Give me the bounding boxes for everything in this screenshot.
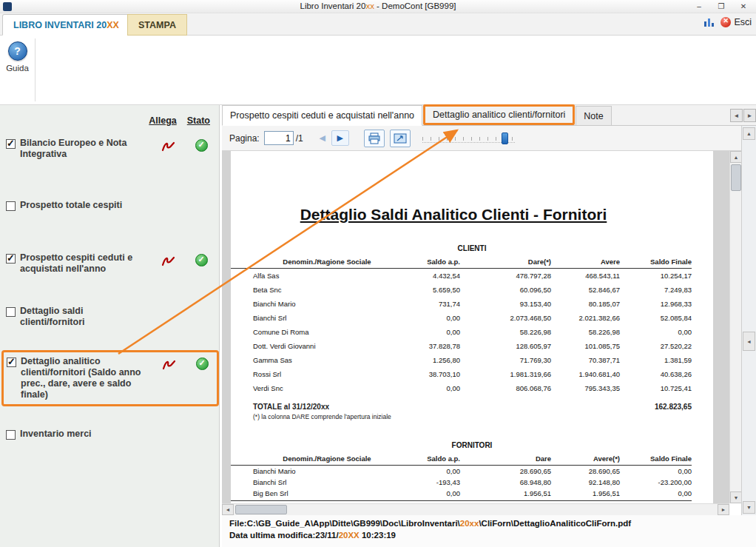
clienti-section-label: CLIENTI [231, 244, 713, 252]
table-cell: 0,00 [401, 381, 460, 395]
table-row: Gamma Sas 1.256,80 71.769,30 70.387,71 1… [231, 353, 692, 367]
pdf-attachment-icon[interactable] [161, 255, 175, 267]
esci-icon [720, 17, 731, 27]
sidebar-item-prospetto-cespiti-ceduti: Prospetto cespiti ceduti e acquistati ne… [6, 252, 219, 275]
vertical-scroll-thumb[interactable] [731, 164, 741, 191]
sidebar-item-label: Inventario merci [20, 429, 149, 440]
checkbox-prospetto-totale-cespiti[interactable] [6, 201, 16, 211]
tab-libro-inventari[interactable]: LIBRO INVENTARI 20XX [2, 14, 130, 36]
table-cell: 2.073.468,50 [460, 311, 551, 325]
minimize-button[interactable]: – [688, 0, 710, 13]
help-question-icon [8, 41, 27, 61]
pdf-attachment-icon[interactable] [162, 359, 176, 371]
fit-window-icon [394, 132, 407, 144]
table-cell: Beta Snc [231, 283, 401, 297]
preview-vertical-scrollbar[interactable]: ▲ ▼ [729, 151, 741, 503]
status-ok-icon [196, 358, 209, 370]
pdf-page: Dettaglio Saldi Analitico Clienti - Forn… [231, 151, 713, 503]
checkbox-prospetto-cespiti-ceduti[interactable] [6, 254, 16, 264]
table-cell: 1.940.681,40 [551, 367, 620, 381]
sidebar-item-dettaglio-analitico: Dettaglio analitico clienti/fornitori (S… [1, 350, 219, 406]
table-cell: 28.690,65 [551, 466, 620, 477]
status-ok-icon [195, 139, 208, 152]
scroll-left-icon[interactable]: ◄ [222, 504, 234, 515]
scroll-down-icon[interactable]: ▼ [730, 491, 742, 503]
app-tabstrip: LIBRO INVENTARI 20XX STAMPA Esci [0, 13, 756, 36]
page-label: Pagina: [229, 133, 260, 144]
table-cell: 28.690,65 [460, 466, 551, 477]
checkbox-inventario-merci[interactable] [6, 430, 16, 440]
table-cell: 1.256,80 [401, 353, 460, 367]
scroll-down-icon[interactable]: ▼ [743, 501, 755, 514]
stato-column-header: Stato [187, 115, 210, 126]
table-row: Rossi Srl 38.703,10 1.981.319,66 1.940.6… [231, 367, 692, 381]
preview-horizontal-scrollbar[interactable]: ◄ ► [222, 503, 729, 515]
table-cell: 60.096,50 [460, 283, 551, 297]
table-cell: 7.249,83 [620, 283, 692, 297]
table-cell: 12.968,33 [620, 297, 692, 311]
tab-stampa[interactable]: STAMPA [127, 14, 187, 36]
scroll-up-icon[interactable]: ▲ [730, 151, 742, 163]
column-header: Avere(*) [551, 454, 620, 463]
horizontal-scroll-thumb[interactable] [235, 505, 287, 514]
next-page-button[interactable]: ▶ [331, 130, 349, 146]
table-cell: 10.725,41 [620, 381, 692, 395]
tab-dettaglio-analitico[interactable]: Dettaglio analitico clienti/fornitori [423, 104, 575, 125]
page-number-input[interactable] [264, 131, 294, 145]
column-header: Dare [460, 454, 551, 463]
table-cell: 128.605,97 [460, 339, 551, 353]
zoom-slider[interactable] [422, 131, 515, 146]
scroll-up-icon[interactable]: ▲ [743, 127, 755, 140]
table-cell: 101.085,75 [551, 339, 620, 353]
sidebar-panel: Allega Stato Bilancio Europeo e Nota Int… [0, 105, 220, 547]
tab-scroll-left-icon[interactable]: ◄ [730, 109, 743, 122]
table-cell: 806.068,76 [460, 381, 551, 395]
maximize-button[interactable]: ❐ [710, 0, 732, 13]
tab-scroll-right-icon[interactable]: ► [743, 109, 756, 122]
esci-button[interactable]: Esci [720, 17, 752, 27]
column-header: Saldo a.p. [401, 454, 460, 463]
table-row: Bianchi Srl 0,00 2.073.468,50 2.021.382,… [231, 311, 692, 325]
table-cell: 10.254,17 [620, 269, 692, 283]
guida-button[interactable]: Guida [0, 41, 35, 73]
checkbox-bilancio-europeo[interactable] [6, 139, 16, 149]
checkbox-dettaglio-analitico[interactable] [7, 358, 16, 367]
table-cell: Bianchi Srl [231, 477, 401, 488]
tab-prospetto-cespiti-ceduti[interactable]: Prospetto cespiti ceduti e acquistati ne… [222, 105, 422, 126]
panel-collapse-icon[interactable]: ◄ [743, 332, 755, 351]
table-row: Comune Di Roma 0,00 58.226,98 58.226,98 … [231, 325, 692, 339]
panel-chart-icon[interactable] [703, 17, 715, 27]
clienti-table-header: Denomin./Ragione Sociale Saldo a.p. Dare… [231, 258, 692, 269]
window-title: Libro Inventari 20xx - DemoCont [GB999] [0, 1, 756, 10]
zoom-slider-thumb[interactable] [502, 132, 508, 144]
file-path: File:C:\GB_Guide_A\App\Ditte\GB999\Doc\L… [229, 517, 756, 529]
table-cell: 58.226,98 [551, 325, 620, 339]
fornitori-section-label: FORNITORI [231, 441, 713, 449]
tab-note[interactable]: Note [576, 106, 611, 125]
column-header: Avere [551, 258, 620, 266]
print-button[interactable] [364, 130, 385, 147]
table-cell: 0,00 [401, 466, 460, 477]
table-cell: Dott. Verdi Giovanni [231, 339, 401, 353]
table-cell: Bianchi Srl [231, 311, 401, 325]
table-cell: 468.543,11 [551, 269, 620, 283]
fit-page-button[interactable] [390, 130, 411, 147]
esci-label: Esci [734, 17, 752, 27]
page-total: /1 [296, 133, 303, 144]
column-header: Dare(*) [460, 258, 551, 266]
pdf-preview-area[interactable]: Dettaglio Saldi Analitico Clienti - Forn… [222, 151, 729, 503]
checkbox-dettaglio-saldi[interactable] [6, 307, 16, 317]
table-cell: 731,74 [401, 297, 460, 311]
sidebar-item-inventario-merci: Inventario merci [6, 429, 219, 440]
scroll-right-icon[interactable]: ► [718, 504, 729, 515]
totale-label: TOTALE al 31/12/20xx [231, 403, 603, 411]
close-button[interactable]: ✕ [732, 0, 755, 13]
previous-page-button[interactable]: ◀ [314, 130, 331, 146]
table-cell: 80.185,07 [551, 297, 620, 311]
pdf-attachment-icon[interactable] [161, 141, 175, 152]
table-cell: 795.343,35 [551, 381, 620, 395]
outer-vertical-scrollbar[interactable]: ▲ ◄ ▼ [741, 126, 756, 515]
table-cell: 0,00 [620, 325, 692, 339]
sidebar-item-label: Dettaglio saldi clienti/fornitori [20, 306, 149, 328]
table-row: Beta Snc 5.659,50 60.096,50 52.846,67 7.… [231, 283, 692, 297]
